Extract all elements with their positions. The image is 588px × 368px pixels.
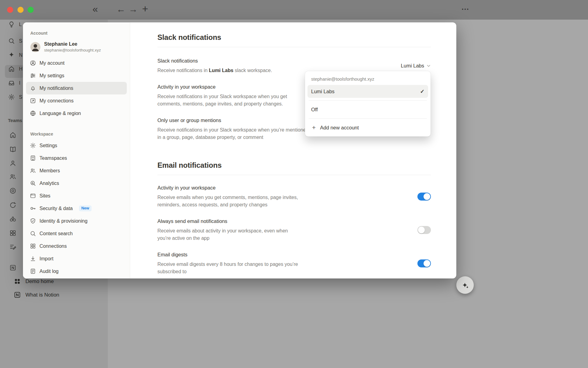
refresh-icon[interactable] <box>9 201 17 209</box>
sidebar-item-label: Audit log <box>40 269 58 274</box>
building-icon <box>30 155 36 161</box>
setting-title: Only user or group mentions <box>157 117 312 124</box>
toggle-knob <box>424 193 430 200</box>
notion-page-icon[interactable] <box>9 264 17 271</box>
sidebar-item-label: Content search <box>40 231 73 236</box>
sidebar-item-language-region[interactable]: Language & region <box>26 107 127 120</box>
sidebar-item-label: Analytics <box>40 181 59 186</box>
sidebar-item-label: Security & data <box>40 206 73 211</box>
chevron-down-icon <box>426 63 431 68</box>
setting-title: Slack notifications <box>157 57 272 64</box>
settings-modal: Account Stephanie Lee stephanie@toolsfor… <box>23 22 456 278</box>
compose-icon[interactable] <box>9 243 17 251</box>
minimize-button[interactable] <box>17 7 24 13</box>
notion-ai-button[interactable] <box>456 276 474 294</box>
sidebar-item-my-notifications[interactable]: My notifications <box>26 82 127 94</box>
sliders-icon <box>30 72 36 79</box>
zoom-button[interactable] <box>28 7 34 13</box>
sidebar-item-label: Sites <box>40 193 51 199</box>
sidebar-collapse-icon[interactable]: « <box>92 4 98 14</box>
sidebar-item-label: Import <box>40 256 53 262</box>
new-tab-icon[interactable]: + <box>142 3 148 14</box>
sidebar-item-workspace[interactable]: L <box>8 21 22 28</box>
slack-section-heading: Slack notifications <box>157 33 431 42</box>
dropdown-option-lumi-labs[interactable]: Lumi Labs ✓ <box>307 85 428 98</box>
target-icon[interactable] <box>9 187 17 194</box>
workspace-section-label: Workspace <box>30 131 127 137</box>
sidebar-item-my-account[interactable]: My account <box>26 57 127 69</box>
person-icon[interactable] <box>9 159 17 167</box>
shield-check-icon <box>30 218 36 224</box>
email-activity-toggle[interactable] <box>417 193 431 201</box>
back-icon[interactable]: ← <box>116 5 126 14</box>
avatar <box>30 42 40 52</box>
profile-row[interactable]: Stephanie Lee stephanie@toolsforthought.… <box>27 41 126 53</box>
window-titlebar: « ← → + ••• <box>0 0 588 20</box>
email-activity-row: Activity in your workspace Receive email… <box>157 184 431 209</box>
sidebar-item-import[interactable]: Import <box>26 252 127 265</box>
email-digests-toggle[interactable] <box>417 259 431 267</box>
notion-logo-icon <box>13 291 21 299</box>
slack-workspace-select[interactable]: Lumi Labs <box>401 63 431 69</box>
sidebar-item-demo-home[interactable]: Demo home <box>13 278 54 285</box>
sidebar-item-settings[interactable]: Settings <box>26 139 127 152</box>
email-always-send-toggle[interactable] <box>417 226 431 234</box>
bg-nav-letter: I <box>19 80 20 86</box>
sidebar-item-my-settings[interactable]: My settings <box>26 69 127 82</box>
sidebar-item-security-data[interactable]: Security & data New <box>26 202 127 215</box>
sidebar-item-label: Identity & provisioning <box>40 218 88 224</box>
sidebar-item-label: Connections <box>40 243 67 249</box>
option-label: Lumi Labs <box>311 89 334 94</box>
sidebar-item-content-search[interactable]: Content search <box>26 227 127 240</box>
divider <box>157 175 431 175</box>
bg-nav-letter: L <box>19 22 22 27</box>
setting-description: Receive emails when you get comments, me… <box>157 194 312 209</box>
blocks-icon[interactable] <box>9 229 17 237</box>
bg-nav-letter: S <box>19 38 22 44</box>
sidebar-item-notion-ai[interactable]: N <box>8 52 23 59</box>
book-icon[interactable] <box>9 146 17 153</box>
more-menu-icon[interactable]: ••• <box>462 7 469 11</box>
profile-name: Stephanie Lee <box>44 41 101 47</box>
search-icon <box>8 37 15 44</box>
dropdown-add-new-account[interactable]: + Add new account <box>307 121 428 134</box>
gear-icon <box>8 94 15 101</box>
grid-icon <box>30 243 36 249</box>
bg-nav-letter: H <box>19 66 23 72</box>
sidebar-item-label: Members <box>40 168 60 174</box>
profile-email: stephanie@toolsforthought.xyz <box>44 47 101 53</box>
sidebar-item-my-connections[interactable]: My connections <box>26 94 127 107</box>
sidebar-item-teamspaces[interactable]: Teamspaces <box>26 152 127 164</box>
setting-description: Receive notifications in your Slack work… <box>157 93 312 108</box>
bg-nav-letter: N <box>19 52 23 58</box>
sidebar-item-label: My connections <box>40 98 74 104</box>
globe-icon <box>30 110 36 117</box>
sidebar-item-inbox[interactable]: I <box>8 79 20 86</box>
search-icon <box>30 230 36 237</box>
sidebar-item-members[interactable]: Members <box>26 164 127 177</box>
sidebar-item-connections[interactable]: Connections <box>26 240 127 252</box>
dropdown-option-off[interactable]: Off <box>307 103 428 116</box>
download-icon <box>30 255 36 262</box>
forward-icon[interactable]: → <box>129 5 138 14</box>
settings-content: Slack notifications Slack notifications … <box>130 22 456 278</box>
binoculars-icon[interactable] <box>9 215 17 223</box>
sidebar-item-sites[interactable]: Sites <box>26 190 127 202</box>
sidebar-item-settings[interactable]: S <box>8 94 22 101</box>
option-label: Off <box>311 107 318 113</box>
sparkle-icon <box>8 52 15 59</box>
sidebar-item-home[interactable]: H <box>8 65 23 72</box>
sidebar-item-audit-log[interactable]: Audit log <box>26 265 127 278</box>
people-icon[interactable] <box>9 173 17 180</box>
sidebar-item-analytics[interactable]: Analytics <box>26 177 127 190</box>
setting-title: Always send email notifications <box>157 218 300 224</box>
option-label: Add new account <box>320 125 359 131</box>
close-button[interactable] <box>7 7 13 13</box>
sidebar-item-search[interactable]: S <box>8 37 22 44</box>
sidebar-item-what-is-notion[interactable]: What is Notion <box>13 291 59 299</box>
sidebar-item-identity-provisioning[interactable]: Identity & provisioning <box>26 215 127 227</box>
sidebar-item-label: My notifications <box>40 86 73 91</box>
people-icon <box>30 167 36 174</box>
teamspace-home-icon[interactable] <box>9 131 17 139</box>
selected-workspace: Lumi Labs <box>401 63 424 69</box>
